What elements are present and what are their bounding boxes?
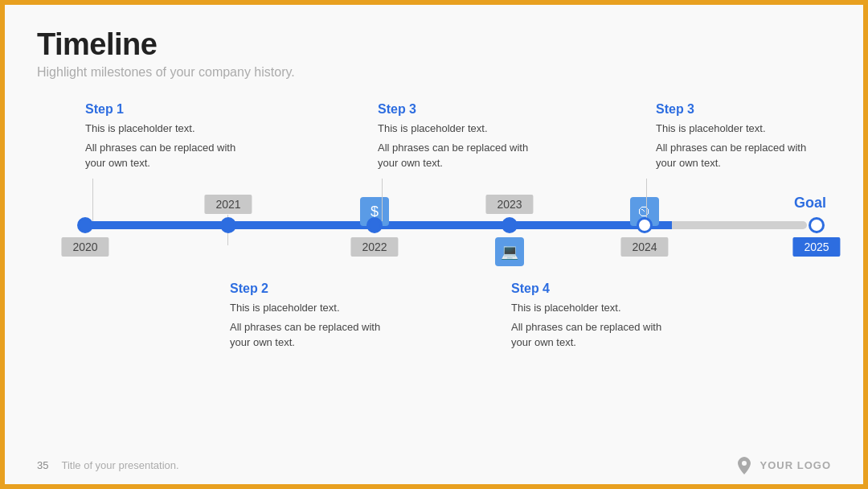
footer-left: 35 Title of your presentation.	[37, 459, 179, 471]
step-3a-placeholder: This is placeholder text.	[378, 121, 538, 137]
footer: 35 Title of your presentation. YOUR LOGO	[37, 455, 831, 475]
dot-2021	[220, 217, 236, 233]
presentation-title: Title of your presentation.	[61, 459, 178, 471]
slide-subtitle: Highlight milestones of your company his…	[37, 65, 831, 80]
dot-2022	[366, 217, 383, 233]
step-1-placeholder: This is placeholder text.	[85, 121, 246, 137]
step-4-title: Step 4	[511, 281, 672, 296]
dot-2025	[809, 217, 825, 233]
step-2-below: Step 2 This is placeholder text. All phr…	[230, 245, 391, 351]
step-3b-placeholder: This is placeholder text.	[656, 121, 817, 137]
year-2020-label: 2020	[61, 237, 108, 257]
step-3b-detail: All phrases can be replaced with your ow…	[656, 141, 817, 171]
step-1-detail: All phrases can be replaced with your ow…	[85, 141, 246, 171]
step-4-below: Step 4 This is placeholder text. All phr…	[511, 245, 672, 351]
step-3b-above: Step 3 This is placeholder text. All phr…	[656, 102, 817, 171]
step-2-detail: All phrases can be replaced with your ow…	[230, 320, 391, 351]
page-number: 35	[37, 459, 48, 471]
step-4-detail: All phrases can be replaced with your ow…	[511, 320, 672, 351]
year-2025-label: 2025	[792, 237, 840, 257]
step-1-connector	[92, 179, 93, 221]
footer-logo: YOUR LOGO	[735, 455, 831, 475]
step-3b-title: Step 3	[656, 102, 817, 117]
goal-label: Goal	[794, 195, 826, 212]
step-4-placeholder: This is placeholder text.	[511, 301, 672, 316]
logo-text: YOUR LOGO	[760, 459, 831, 471]
step-2-title: Step 2	[230, 281, 391, 296]
step-3a-above: Step 3 This is placeholder text. All phr…	[378, 102, 538, 171]
step-1-title: Step 1	[85, 102, 246, 117]
dot-2024	[637, 217, 653, 233]
slide-title: Timeline	[37, 27, 831, 62]
dot-2023	[502, 217, 518, 233]
logo-icon	[735, 455, 754, 475]
step-3a-connector	[382, 179, 383, 221]
step-3b-connector	[646, 179, 647, 221]
step-2-placeholder: This is placeholder text.	[230, 301, 391, 316]
timeline-area: Step 1 This is placeholder text. All phr…	[37, 102, 831, 351]
year-2023-label: 2023	[485, 195, 533, 214]
year-2021-label: 2021	[204, 195, 252, 214]
step-3a-title: Step 3	[378, 102, 538, 117]
step-3a-detail: All phrases can be replaced with your ow…	[378, 141, 538, 171]
dot-2020	[77, 217, 93, 233]
step-1-above: Step 1 This is placeholder text. All phr…	[85, 102, 246, 171]
slide: Timeline Highlight milestones of your co…	[0, 0, 868, 489]
